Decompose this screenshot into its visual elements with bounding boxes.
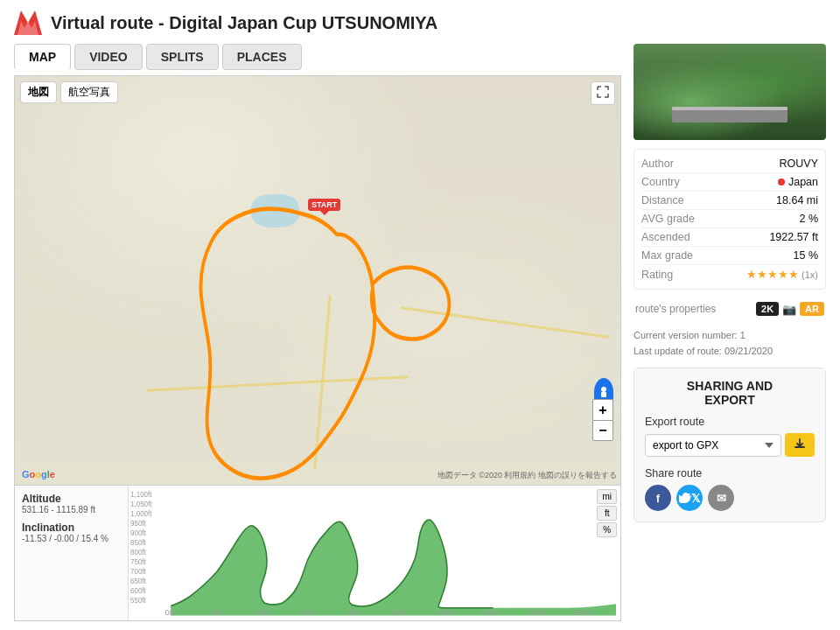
tab-places[interactable]: PLACES xyxy=(222,44,302,70)
twitter-icon xyxy=(679,493,691,503)
zoom-out-button[interactable]: − xyxy=(592,420,613,441)
route-guardrail xyxy=(672,107,788,110)
download-button[interactable] xyxy=(785,433,815,457)
svg-rect-2 xyxy=(15,76,620,485)
map-container: 地図 航空写真 START xyxy=(14,75,621,486)
route-image-bg xyxy=(634,44,826,140)
svg-text:1,100ft: 1,100ft xyxy=(130,490,152,499)
export-select[interactable]: export to GPX xyxy=(645,434,781,457)
properties-label: route's properties xyxy=(635,303,716,315)
max-grade-row: Max grade 15 % xyxy=(641,247,818,265)
social-buttons: f 𝕏 ✉ xyxy=(645,485,815,511)
sharing-panel: SHARING ANDEXPORT Export route export to… xyxy=(634,368,826,522)
country-dot xyxy=(778,178,785,186)
svg-text:750ft: 750ft xyxy=(130,557,146,566)
svg-text:800ft: 800ft xyxy=(130,548,146,556)
altitude-label: Altitude xyxy=(22,493,121,505)
elevation-panel: Altitude 531.16 - 1115.89 ft Inclination… xyxy=(14,486,621,621)
country-value: Japan xyxy=(778,176,818,188)
export-label: Export route xyxy=(645,416,815,428)
route-path-svg xyxy=(15,76,620,485)
rating-stars: ★★★★★ xyxy=(746,268,799,281)
altitude-value: 531.16 - 1115.89 ft xyxy=(22,505,121,514)
route-road xyxy=(672,109,788,122)
version-number: Current version number: 1 xyxy=(634,328,826,344)
svg-text:8mi: 8mi xyxy=(347,608,359,617)
export-row: export to GPX xyxy=(645,433,815,457)
svg-text:0mi: 0mi xyxy=(165,608,177,617)
start-marker: START xyxy=(308,199,340,211)
distance-row: Distance 18.64 mi xyxy=(641,192,818,210)
inclination-label: Inclination xyxy=(22,522,121,534)
avg-grade-label: AVG grade xyxy=(641,213,695,225)
inclination-value: -11.53 / -0.00 / 15.4 % xyxy=(22,534,121,543)
svg-text:16mi: 16mi xyxy=(528,608,543,617)
unit-mi-button[interactable]: mi xyxy=(597,489,617,504)
pegman-icon xyxy=(598,386,610,398)
svg-text:600ft: 600ft xyxy=(130,586,146,595)
svg-rect-4 xyxy=(601,392,606,397)
elevation-info: Altitude 531.16 - 1115.89 ft Inclination… xyxy=(15,486,129,620)
ascended-row: Ascended 1922.57 ft xyxy=(641,228,818,247)
map-type-controls: 地図 航空写真 xyxy=(20,81,118,103)
svg-text:14mi: 14mi xyxy=(483,608,498,617)
distance-value: 18.64 mi xyxy=(776,194,818,206)
tab-splits[interactable]: SPLITS xyxy=(146,44,219,70)
avg-grade-value: 2 % xyxy=(799,213,818,225)
twitter-share-button[interactable]: 𝕏 xyxy=(676,485,703,511)
zoom-controls: + − xyxy=(592,399,613,441)
svg-text:900ft: 900ft xyxy=(130,528,146,537)
map-btn-aerial[interactable]: 航空写真 xyxy=(60,81,118,103)
max-grade-label: Max grade xyxy=(641,249,693,262)
svg-text:700ft: 700ft xyxy=(130,567,146,576)
svg-text:850ft: 850ft xyxy=(130,538,146,547)
route-thumbnail xyxy=(634,44,826,140)
share-label: Share route xyxy=(645,467,815,480)
props-badges: 2K 📷 AR xyxy=(756,302,824,316)
author-label: Author xyxy=(641,158,674,170)
svg-text:2mi: 2mi xyxy=(211,608,222,617)
tab-bar: MAP VIDEO SPLITS PLACES xyxy=(14,44,621,70)
page-title: Virtual route - Digital Japan Cup UTSUNO… xyxy=(51,13,438,33)
svg-text:12mi: 12mi xyxy=(438,608,452,617)
zoom-in-button[interactable]: + xyxy=(592,399,613,420)
tab-video[interactable]: VIDEO xyxy=(74,44,143,70)
distance-label: Distance xyxy=(641,194,684,206)
camera-icon: 📷 xyxy=(782,303,796,316)
expand-map-button[interactable] xyxy=(591,81,615,105)
svg-text:4mi: 4mi xyxy=(256,608,268,617)
svg-text:550ft: 550ft xyxy=(130,596,146,605)
unit-ft-button[interactable]: ft xyxy=(597,506,617,521)
facebook-share-button[interactable]: f xyxy=(645,485,671,511)
author-value: ROUVY xyxy=(780,158,818,170)
unit-pct-button[interactable]: % xyxy=(597,522,617,537)
svg-text:1,000ft: 1,000ft xyxy=(130,509,152,518)
elevation-svg: 1,100ft 1,050ft 1,000ft 950ft 900ft 850f… xyxy=(129,486,620,620)
rating-row: Rating ★★★★★ (1x) xyxy=(641,265,818,284)
svg-text:650ft: 650ft xyxy=(130,577,146,585)
email-share-button[interactable]: ✉ xyxy=(708,485,734,511)
svg-point-3 xyxy=(601,387,606,392)
expand-icon xyxy=(597,86,609,98)
map-attribution: 地図データ ©2020 利用規約 地図の誤りを報告する xyxy=(438,470,617,481)
page-header: Virtual route - Digital Japan Cup UTSUNO… xyxy=(14,10,826,35)
ascended-value: 1922.57 ft xyxy=(769,231,818,243)
elevation-chart: 1,100ft 1,050ft 1,000ft 950ft 900ft 850f… xyxy=(129,486,620,620)
sharing-title: SHARING ANDEXPORT xyxy=(645,379,815,407)
badge-ar: AR xyxy=(800,302,824,316)
last-update: Last update of route: 09/21/2020 xyxy=(634,344,826,360)
svg-text:6mi: 6mi xyxy=(302,608,313,617)
download-icon xyxy=(794,438,806,450)
badge-2k: 2K xyxy=(756,302,779,316)
svg-text:10mi: 10mi xyxy=(391,608,406,617)
max-grade-value: 15 % xyxy=(794,249,819,262)
map-btn-standard[interactable]: 地図 xyxy=(20,81,57,103)
tab-map[interactable]: MAP xyxy=(14,44,71,70)
properties-row: route's properties 2K 📷 AR xyxy=(634,298,826,319)
country-row: Country Japan xyxy=(641,173,818,192)
country-label: Country xyxy=(641,176,680,188)
google-logo: Google xyxy=(22,469,55,480)
svg-text:1,050ft: 1,050ft xyxy=(130,500,152,508)
ascended-label: Ascended xyxy=(641,231,690,243)
author-row: Author ROUVY xyxy=(641,155,818,173)
